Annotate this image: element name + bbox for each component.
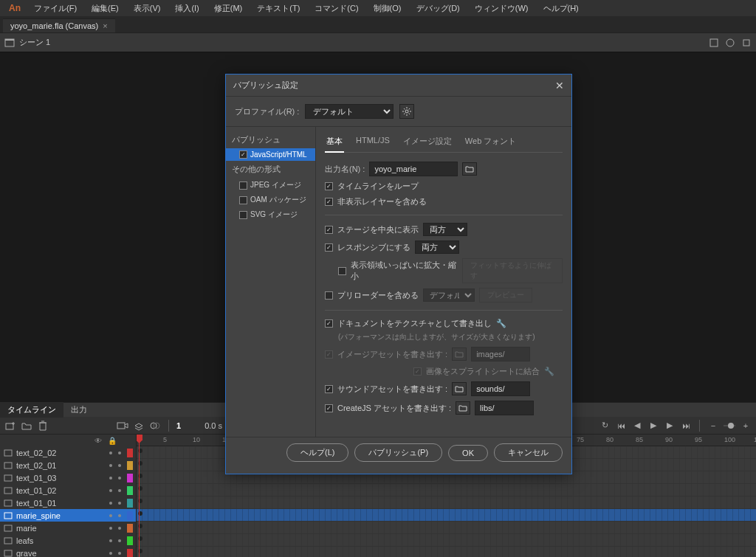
- document-tab[interactable]: yoyo_marie.fla (Canvas) ×: [3, 18, 115, 32]
- lock-header-icon[interactable]: 🔒: [108, 437, 117, 445]
- menu-debug[interactable]: デバッグ(D): [410, 1, 466, 15]
- sound-path-input[interactable]: [471, 381, 530, 396]
- edit-symbols-icon[interactable]: [725, 38, 735, 48]
- layer-row[interactable]: text_01_03: [0, 471, 136, 484]
- menu-file[interactable]: ファイル(F): [28, 1, 83, 15]
- scene-name[interactable]: シーン 1: [19, 37, 50, 48]
- checkbox-svg[interactable]: [239, 211, 247, 219]
- center-stage-select[interactable]: 両方: [423, 223, 467, 236]
- layer-depth-icon[interactable]: [133, 420, 145, 432]
- checkbox-sound-assets[interactable]: [325, 385, 333, 393]
- menu-control[interactable]: 制御(O): [368, 1, 408, 15]
- document-tab-close[interactable]: ×: [103, 21, 107, 30]
- output-browse-button[interactable]: [462, 162, 477, 176]
- layer-color-swatch[interactable]: [127, 511, 133, 520]
- subtab-basic[interactable]: 基本: [325, 133, 344, 153]
- menu-text[interactable]: テキスト(T): [251, 1, 306, 15]
- createjs-path-input[interactable]: [475, 401, 534, 415]
- layer-color-swatch[interactable]: [127, 549, 133, 558]
- camera-icon[interactable]: [117, 420, 128, 432]
- current-frame[interactable]: 1: [176, 421, 181, 430]
- frame-row[interactable]: [137, 497, 756, 509]
- timeline-zoom-slider[interactable]: [724, 420, 735, 432]
- new-folder-icon[interactable]: [21, 420, 32, 432]
- frame-row[interactable]: [137, 484, 756, 497]
- output-name-input[interactable]: [369, 162, 458, 176]
- edit-scene-icon[interactable]: [709, 38, 719, 48]
- layer-row[interactable]: marie_spine: [0, 509, 136, 522]
- sidebar-item-javascript-html[interactable]: JavaScript/HTML: [226, 148, 315, 161]
- layer-row[interactable]: marie: [0, 522, 136, 534]
- checkbox-loop-timeline[interactable]: [325, 182, 333, 190]
- visibility-header-icon[interactable]: 👁: [94, 437, 102, 445]
- menu-edit[interactable]: 編集(E): [86, 1, 125, 15]
- sidebar-item-oam[interactable]: OAM パッケージ: [226, 193, 315, 207]
- playhead[interactable]: [139, 435, 140, 557]
- loop-icon[interactable]: ↻: [599, 420, 611, 432]
- menu-view[interactable]: 表示(V): [128, 1, 167, 15]
- sidebar-item-svg[interactable]: SVG イメージ: [226, 207, 315, 222]
- cancel-button[interactable]: キャンセル: [494, 443, 563, 462]
- frame-row[interactable]: [137, 534, 756, 547]
- dialog-close-icon[interactable]: ✕: [555, 80, 564, 91]
- onion-skin-icon[interactable]: [149, 420, 161, 432]
- zoom-out-icon[interactable]: −: [707, 420, 719, 432]
- menu-window[interactable]: ウィンドウ(W): [469, 1, 535, 15]
- layer-color-swatch[interactable]: [127, 474, 133, 482]
- profile-options-button[interactable]: [399, 104, 414, 119]
- menu-modify[interactable]: 修正(M): [208, 1, 249, 15]
- tab-output[interactable]: 出力: [63, 402, 94, 418]
- zoom-icon[interactable]: [741, 38, 752, 48]
- help-button[interactable]: ヘルプ(L): [286, 443, 348, 462]
- new-layer-icon[interactable]: [4, 420, 16, 432]
- menu-help[interactable]: ヘルプ(H): [537, 1, 585, 15]
- checkbox-include-hidden[interactable]: [325, 198, 333, 206]
- tab-timeline[interactable]: タイムライン: [0, 402, 63, 418]
- layer-row[interactable]: text_02_02: [0, 446, 136, 459]
- delete-layer-icon[interactable]: [37, 420, 49, 432]
- zoom-in-icon[interactable]: +: [740, 420, 752, 432]
- checkbox-js-html[interactable]: [239, 151, 247, 159]
- checkbox-texture-export[interactable]: [325, 319, 333, 328]
- step-fwd-icon[interactable]: ▶: [664, 420, 676, 432]
- subtab-htmljs[interactable]: HTML/JS: [354, 133, 391, 152]
- layer-color-swatch[interactable]: [127, 499, 133, 508]
- layer-color-swatch[interactable]: [127, 486, 133, 495]
- layer-row[interactable]: text_01_01: [0, 497, 136, 509]
- checkbox-oam[interactable]: [239, 196, 247, 204]
- layer-color-swatch[interactable]: [127, 524, 133, 533]
- go-last-icon[interactable]: ⏭: [680, 420, 692, 432]
- publish-button[interactable]: パブリッシュ(P): [354, 443, 442, 462]
- layer-row[interactable]: text_01_02: [0, 484, 136, 497]
- texture-settings-icon[interactable]: 🔧: [496, 319, 506, 328]
- frame-row[interactable]: [137, 547, 756, 557]
- checkbox-responsive[interactable]: [325, 243, 333, 252]
- layer-color-swatch[interactable]: [127, 461, 133, 470]
- ok-button[interactable]: OK: [448, 445, 488, 461]
- menu-insert[interactable]: 挿入(I): [169, 1, 205, 15]
- go-first-icon[interactable]: ⏮: [615, 420, 627, 432]
- checkbox-center-stage[interactable]: [325, 226, 333, 234]
- menu-commands[interactable]: コマンド(C): [309, 1, 364, 15]
- checkbox-preloader[interactable]: [325, 291, 333, 300]
- subtab-image[interactable]: イメージ設定: [402, 133, 453, 152]
- checkbox-createjs-assets[interactable]: [325, 404, 333, 412]
- sound-path-browse[interactable]: [452, 382, 467, 395]
- layer-color-swatch[interactable]: [127, 449, 133, 457]
- play-icon[interactable]: ▶: [647, 420, 659, 432]
- profile-select[interactable]: デフォルト: [305, 104, 394, 119]
- sidebar-item-jpeg[interactable]: JPEG イメージ: [226, 178, 315, 193]
- layer-color-swatch[interactable]: [127, 536, 133, 545]
- checkbox-scale-fill[interactable]: [338, 267, 346, 275]
- responsive-select[interactable]: 両方: [415, 241, 459, 254]
- layer-row[interactable]: grave: [0, 547, 136, 557]
- subtab-webfont[interactable]: Web フォント: [464, 133, 518, 152]
- checkbox-jpeg[interactable]: [239, 181, 247, 190]
- step-back-icon[interactable]: ◀: [631, 420, 643, 432]
- frame-row[interactable]: [137, 522, 756, 534]
- createjs-assets-label: CreateJS アセットを書き出す :: [337, 403, 451, 414]
- frame-row[interactable]: [137, 509, 756, 522]
- layer-row[interactable]: leafs: [0, 534, 136, 547]
- createjs-path-browse[interactable]: [456, 401, 470, 415]
- layer-row[interactable]: text_02_01: [0, 459, 136, 471]
